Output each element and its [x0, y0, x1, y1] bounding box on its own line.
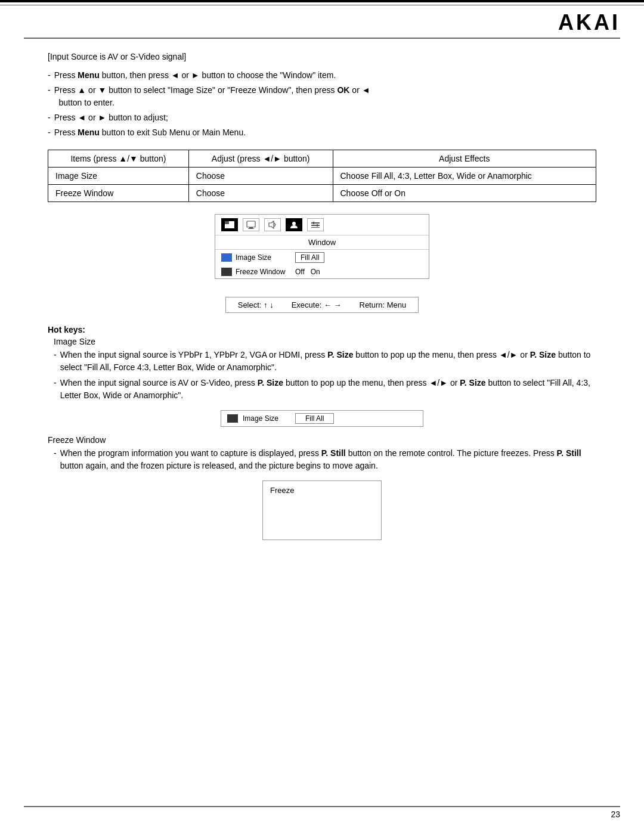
- img-size-label: Image Size: [243, 414, 290, 423]
- menu-item-label-1: Image Size: [236, 253, 295, 262]
- svg-point-6: [292, 222, 296, 225]
- menu-item-value-1: Fill All: [295, 252, 423, 263]
- svg-marker-5: [269, 221, 274, 228]
- table-header-row: Items (press ▲/▼ button) Adjust (press ◄…: [48, 150, 596, 168]
- page-number: 23: [611, 810, 620, 819]
- table-cell-item-1: Image Size: [48, 168, 189, 185]
- menu-item-icon-dark: [221, 268, 232, 276]
- svg-rect-1: [225, 221, 229, 224]
- bullet-item-3: - Press ◄ or ► button to adjust;: [48, 111, 596, 124]
- menu-icon-monitor: [243, 218, 259, 231]
- table-cell-adjust-2: Choose: [188, 185, 333, 202]
- top-border: [0, 0, 644, 2]
- freeze-box: Freeze: [262, 480, 382, 540]
- nav-bar: Select: ↑ ↓ Execute: ← → Return: Menu: [48, 297, 596, 313]
- svg-rect-10: [313, 222, 314, 224]
- svg-rect-11: [317, 224, 318, 227]
- svg-rect-3: [249, 227, 253, 228]
- img-size-value: Fill All: [295, 413, 334, 424]
- menu-item-image-size: Image Size Fill All: [215, 250, 429, 265]
- table-header-adjust: Adjust (press ◄/► button): [188, 150, 333, 168]
- freeze-label: Freeze: [270, 486, 294, 495]
- menu-icons-row: [215, 215, 429, 235]
- menu-item-icon-blue: [221, 253, 232, 262]
- menu-item-freeze-window: Freeze Window Off On: [215, 265, 429, 278]
- freeze-diagram: Freeze: [48, 480, 596, 540]
- intro-label: [Input Source is AV or S-Video signal]: [48, 51, 596, 63]
- image-size-diagram: Image Size Fill All: [48, 410, 596, 427]
- menu-icon-settings: [307, 218, 324, 231]
- bullet-list: - Press Menu button, then press ◄ or ► b…: [48, 69, 596, 139]
- bottom-border: [24, 806, 620, 807]
- bullet-item-2: - Press ▲ or ▼ button to select "Image S…: [48, 84, 596, 109]
- table-row-freeze-window: Freeze Window Choose Choose Off or On: [48, 185, 596, 202]
- table-row-image-size: Image Size Choose Choose Fill All, 4:3, …: [48, 168, 596, 185]
- image-size-bullet-1: - When the input signal source is YPbPr …: [54, 349, 596, 374]
- main-content: [Input Source is AV or S-Video signal] -…: [0, 51, 644, 572]
- nav-select: Select: ↑ ↓: [238, 300, 274, 309]
- menu-item-value-2: Off On: [295, 268, 423, 276]
- bullet-item-4: - Press Menu button to exit Sub Menu or …: [48, 126, 596, 139]
- menu-item-label-2: Freeze Window: [236, 268, 295, 276]
- svg-rect-4: [248, 228, 254, 229]
- bullet-item-1: - Press Menu button, then press ◄ or ► b…: [48, 69, 596, 82]
- hot-keys-title: Hot keys:: [48, 325, 596, 334]
- table-cell-adjust-1: Choose: [188, 168, 333, 185]
- menu-icon-speaker: [264, 218, 281, 231]
- table-cell-effect-2: Choose Off or On: [333, 185, 596, 202]
- image-size-title: Image Size: [54, 337, 596, 346]
- brand-logo: AKAI: [558, 10, 620, 35]
- table-header-effects: Adjust Effects: [333, 150, 596, 168]
- menu-title: Window: [215, 235, 429, 250]
- header: AKAI: [0, 5, 644, 38]
- svg-rect-8: [311, 225, 320, 226]
- nav-execute: Execute: ← →: [292, 300, 342, 309]
- menu-icon-color: [286, 218, 302, 231]
- freeze-window-title: Freeze Window: [48, 435, 596, 445]
- img-size-icon: [227, 414, 238, 423]
- svg-rect-2: [247, 221, 255, 227]
- table-cell-item-2: Freeze Window: [48, 185, 189, 202]
- svg-rect-7: [311, 222, 320, 224]
- freeze-window-bullet: - When the program information you want …: [54, 447, 596, 472]
- nav-box: Select: ↑ ↓ Execute: ← → Return: Menu: [225, 297, 419, 313]
- hot-keys-section: Hot keys: Image Size - When the input si…: [48, 325, 596, 540]
- menu-box: Window Image Size Fill All Freeze Window…: [215, 214, 429, 279]
- image-size-box: Image Size Fill All: [221, 410, 423, 427]
- features-table: Items (press ▲/▼ button) Adjust (press ◄…: [48, 150, 596, 202]
- svg-rect-9: [311, 227, 320, 228]
- header-line: [24, 38, 620, 39]
- nav-return: Return: Menu: [360, 300, 407, 309]
- table-header-items: Items (press ▲/▼ button): [48, 150, 189, 168]
- image-size-bullet-2: - When the input signal source is AV or …: [54, 377, 596, 402]
- menu-icon-window: [221, 218, 238, 231]
- menu-diagram: Window Image Size Fill All Freeze Window…: [48, 214, 596, 279]
- table-cell-effect-1: Choose Fill All, 4:3, Letter Box, Wide o…: [333, 168, 596, 185]
